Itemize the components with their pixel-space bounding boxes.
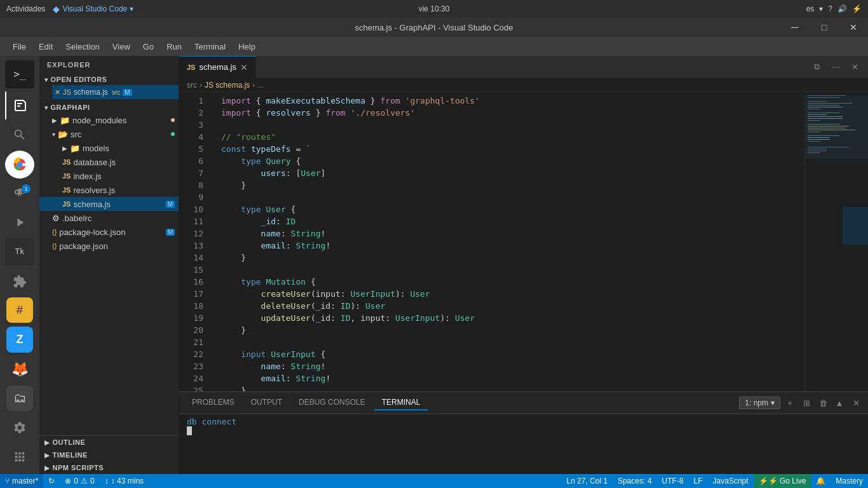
close-button[interactable]: ✕ — [839, 18, 868, 37]
timeline-section[interactable]: ▶ TIMELINE — [39, 449, 179, 461]
status-mastery[interactable]: Mastery — [831, 474, 868, 488]
tree-node-modules[interactable]: ▶ 📁 node_modules — [39, 113, 179, 127]
panel-tab-problems[interactable]: PROBLEMS — [184, 395, 242, 410]
menu-run[interactable]: Run — [160, 41, 188, 53]
code-line-23: name: String! — [211, 360, 804, 372]
open-editor-schema[interactable]: ✕ JS schema.js src M — [52, 85, 179, 99]
maximize-button[interactable]: □ — [810, 18, 839, 37]
search-icon[interactable] — [5, 121, 34, 149]
window-controls: ─ □ ✕ — [780, 18, 868, 37]
split-editor-button[interactable]: ⧉ — [808, 58, 825, 75]
split-terminal-button[interactable]: ⊞ — [799, 396, 813, 410]
code-line-21 — [211, 336, 804, 348]
window-title: schema.js - GraphAPI - Visual Studio Cod… — [355, 23, 513, 32]
line-numbers: 1234567891011121314151617181920212223242… — [179, 92, 211, 391]
firefox-icon[interactable]: 🦊 — [6, 356, 33, 382]
extensions-icon[interactable] — [5, 268, 34, 295]
panel-tabs: PROBLEMS OUTPUT DEBUG CONSOLE TERMINAL 1… — [179, 392, 868, 414]
status-live[interactable]: ⚡ ⚡ Go Live — [754, 474, 811, 488]
tab-close-icon[interactable]: ✕ — [240, 62, 248, 72]
status-encoding[interactable]: UTF-8 — [657, 474, 689, 488]
os-help-icon[interactable]: ? — [828, 4, 832, 13]
status-git-sync[interactable]: ↕ ↕ 43 mins — [100, 474, 149, 488]
title-bar: schema.js - GraphAPI - Visual Studio Cod… — [0, 18, 868, 37]
file-modified-icon: ✕ — [55, 88, 60, 97]
outline-section[interactable]: ▶ OUTLINE — [39, 436, 179, 449]
graphapi-section[interactable]: ▾ GRAPHAPI — [39, 102, 179, 113]
menu-edit[interactable]: Edit — [32, 41, 59, 53]
source-control-icon[interactable]: 1 — [5, 180, 34, 208]
os-power-icon[interactable]: ⚡ — [852, 4, 862, 13]
more-actions-button[interactable]: ⋯ — [827, 58, 844, 75]
menu-help[interactable]: Help — [232, 41, 262, 53]
status-sync[interactable]: ↻ — [43, 474, 60, 488]
close-panel-button[interactable]: ✕ — [849, 396, 863, 410]
menu-go[interactable]: Go — [137, 41, 160, 53]
tree-package-lock[interactable]: {} package-lock.json M — [39, 225, 179, 239]
status-line-ending[interactable]: LF — [689, 474, 708, 488]
panel-tab-debug[interactable]: DEBUG CONSOLE — [291, 395, 373, 410]
status-position[interactable]: Ln 27, Col 1 — [561, 474, 613, 488]
explorer-icon[interactable] — [5, 92, 34, 119]
panel-tab-output[interactable]: OUTPUT — [243, 395, 290, 410]
panel-tab-terminal[interactable]: TERMINAL — [374, 395, 428, 410]
code-line-22: input UserInput { — [211, 348, 804, 360]
status-errors[interactable]: ⊗ 0 ⚠ 0 — [60, 474, 99, 488]
activity-bar: >_ 1 Tk # Z 🦊 — [0, 56, 39, 474]
tree-resolvers-js[interactable]: JS resolvers.js — [39, 183, 179, 197]
os-bar-left: Actividades ◆ Visual Studio Code ▾ — [6, 4, 133, 14]
terminal-dropdown[interactable]: 1: npm ▾ — [739, 396, 780, 409]
code-editor[interactable]: import { makeExecutableSchema } from 'gr… — [211, 92, 804, 391]
status-spaces[interactable]: Spaces: 4 — [613, 474, 656, 488]
close-editors-button[interactable]: ✕ — [846, 58, 863, 75]
run-debug-icon[interactable] — [5, 208, 34, 236]
apps-grid-icon[interactable] — [6, 444, 33, 470]
main-layout: >_ 1 Tk # Z 🦊 — [0, 56, 868, 474]
os-sound-icon[interactable]: 🔊 — [837, 4, 847, 13]
terminal-content[interactable]: db connect — [179, 414, 868, 474]
code-line-14: } — [211, 252, 804, 264]
tcl-icon[interactable]: Tk — [5, 238, 34, 266]
terminal-dock-icon[interactable]: >_ — [5, 60, 34, 88]
menu-selection[interactable]: Selection — [59, 41, 105, 53]
status-bell[interactable]: 🔔 — [811, 474, 831, 488]
minimap-svg — [804, 92, 868, 346]
status-branch[interactable]: ⑂ master* — [0, 474, 43, 488]
activities-label[interactable]: Actividades — [6, 4, 45, 13]
minimap — [804, 92, 868, 391]
code-line-4: // "routes" — [211, 131, 804, 143]
lock-m-badge: M — [166, 229, 175, 236]
tree-schema-js[interactable]: JS schema.js M — [39, 197, 179, 211]
zoom-icon[interactable]: Z — [6, 327, 33, 352]
settings-icon[interactable] — [6, 415, 33, 440]
menu-file[interactable]: File — [6, 41, 32, 53]
tab-schema-js[interactable]: JS schema.js ✕ — [179, 56, 256, 78]
files-manager-icon[interactable]: 🗂 — [6, 386, 33, 411]
os-bar-right: es ▾ ? 🔊 ⚡ — [806, 4, 862, 13]
m-badge: M — [123, 89, 132, 96]
vscode-label[interactable]: ◆ Visual Studio Code ▾ — [53, 4, 133, 14]
tree-src[interactable]: ▾ 📂 src — [39, 127, 179, 141]
status-language[interactable]: JavaScript — [708, 474, 754, 488]
trash-terminal-button[interactable]: 🗑 — [816, 396, 830, 410]
new-terminal-button[interactable]: + — [783, 396, 797, 410]
open-editors-section[interactable]: ▾ OPEN EDITORS — [39, 74, 179, 85]
minimize-button[interactable]: ─ — [780, 18, 810, 37]
menu-terminal[interactable]: Terminal — [188, 41, 232, 53]
warning-icon: ⚠ — [81, 477, 88, 485]
tree-models[interactable]: ▶ 📁 models — [39, 141, 179, 155]
code-line-24: email: String! — [211, 372, 804, 384]
editor-area: JS schema.js ✕ ⧉ ⋯ ✕ src › JS schema.js … — [179, 56, 868, 474]
chrome-icon[interactable] — [5, 151, 34, 179]
file-tree: ▶ 📁 node_modules ▾ 📂 src ▶ 📁 models JS — [39, 113, 179, 435]
menu-view[interactable]: View — [106, 41, 137, 53]
tab-js-icon: JS — [187, 64, 195, 71]
npm-scripts-section[interactable]: ▶ NPM SCRIPTS — [39, 461, 179, 474]
slack-icon[interactable]: # — [6, 297, 33, 323]
tree-database-js[interactable]: JS database.js — [39, 155, 179, 169]
tree-index-js[interactable]: JS index.js — [39, 169, 179, 183]
tree-babelrc[interactable]: ⚙ .babelrc — [39, 211, 179, 225]
schema-m-badge: M — [166, 201, 175, 208]
tree-package-json[interactable]: {} package.json — [39, 239, 179, 253]
maximize-panel-button[interactable]: ▲ — [832, 396, 846, 410]
